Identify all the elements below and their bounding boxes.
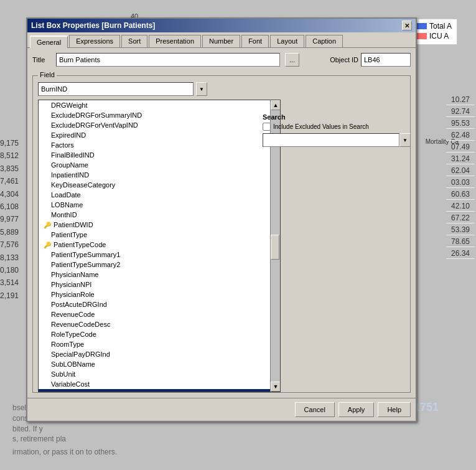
include-excluded-label: Include Excluded Values in Search <box>273 123 369 130</box>
list-item[interactable]: RoomType <box>39 339 280 349</box>
list-item[interactable]: <Expression> <box>39 389 280 392</box>
scroll-track <box>271 110 280 382</box>
cancel-button[interactable]: Cancel <box>295 402 335 417</box>
list-item[interactable]: RoleTypeCode <box>39 329 280 339</box>
left-numbers: 9,175 8,512 3,835 7,461 4,304 6,108 9,97… <box>0 137 19 302</box>
list-item[interactable]: LoadDate <box>39 190 280 200</box>
browse-button[interactable]: ... <box>285 53 299 67</box>
search-dropdown-arrow[interactable]: ▼ <box>399 133 411 147</box>
field-section-legend: Field <box>38 71 57 78</box>
include-excluded-checkbox[interactable] <box>263 123 271 131</box>
tab-bar: General Expressions Sort Presentation Nu… <box>27 32 416 48</box>
list-item[interactable]: SubLOBName <box>39 359 280 369</box>
tab-expressions[interactable]: Expressions <box>69 35 120 47</box>
tab-font[interactable]: Font <box>241 35 269 47</box>
list-item[interactable]: RevenueCode <box>39 309 280 319</box>
list-item[interactable]: ExpiredIND <box>39 130 280 140</box>
list-item[interactable]: 🔑PatientTypeCode <box>39 240 280 250</box>
list-item[interactable]: Factors <box>39 140 280 150</box>
list-item[interactable]: PhysicianNPI <box>39 280 280 289</box>
list-item[interactable]: SpecialPayDRGInd <box>39 349 280 359</box>
dialog-body: Title ... Object ID Object ID Field ▼ <box>27 48 416 398</box>
field-input[interactable] <box>38 82 194 96</box>
list-item[interactable]: KeyDiseaseCategory <box>39 180 280 190</box>
object-id-input[interactable] <box>361 53 411 67</box>
list-item[interactable]: LOBName <box>39 200 280 210</box>
scroll-thumb[interactable] <box>271 235 279 260</box>
list-item[interactable]: PhysicianRole <box>39 289 280 299</box>
dialog-list-box-properties: List Box Properties [Burn Patients] ✕ Ge… <box>26 17 417 422</box>
tab-caption[interactable]: Caption <box>306 35 343 47</box>
list-item[interactable]: DRGWeight <box>39 100 280 110</box>
scroll-down-button[interactable]: ▼ <box>271 382 281 392</box>
scroll-up-button[interactable]: ▲ <box>271 100 281 110</box>
tab-general[interactable]: General <box>30 35 68 48</box>
list-item[interactable]: InpatientIND <box>39 170 280 180</box>
legend-icu-label: ICU A <box>429 32 449 40</box>
dialog-title-bar: List Box Properties [Burn Patients] ✕ <box>27 19 416 32</box>
list-item[interactable]: PatientType <box>39 230 280 240</box>
dialog-title-text: List Box Properties [Burn Patients] <box>31 21 155 30</box>
list-item[interactable]: RevenueCodeDesc <box>39 319 280 329</box>
list-item[interactable]: SubUnit <box>39 369 280 379</box>
tab-presentation[interactable]: Presentation <box>149 35 201 47</box>
search-section: Search Include Excluded Values in Search… <box>263 113 411 147</box>
list-item[interactable]: ExcludeDRGForVentVapIND <box>39 120 280 130</box>
list-item[interactable]: PatientTypeSummary1 <box>39 250 280 260</box>
list-item[interactable]: PhysicianName <box>39 270 280 280</box>
field-dropdown-list[interactable]: DRGWeightExcludeDRGForSummaryINDExcludeD… <box>38 100 281 392</box>
data-table: 10.27 92.74 95.53 62.48 07.49 31.24 62.0… <box>445 93 476 260</box>
legend-total-label: Total A <box>429 22 452 31</box>
title-input[interactable] <box>56 53 280 67</box>
tab-layout[interactable]: Layout <box>270 35 304 47</box>
title-label: Title <box>32 56 45 63</box>
list-item[interactable]: PatientTypeSummary2 <box>39 260 280 270</box>
help-button[interactable]: Help <box>378 402 411 417</box>
dialog-button-bar: Cancel Apply Help <box>27 398 416 421</box>
tab-sort[interactable]: Sort <box>121 35 147 47</box>
field-dropdown-arrow[interactable]: ▼ <box>196 82 207 96</box>
list-item[interactable]: PostAcuteDRGInd <box>39 299 280 309</box>
list-item[interactable]: ExcludeDRGForSummaryIND <box>39 110 280 120</box>
list-item[interactable]: VariableCost <box>39 379 280 389</box>
list-item[interactable]: MonthID <box>39 210 280 220</box>
tab-number[interactable]: Number <box>202 35 240 47</box>
object-id-label2: Object ID <box>330 56 358 63</box>
dialog-close-button[interactable]: ✕ <box>402 21 412 31</box>
apply-button[interactable]: Apply <box>338 402 375 417</box>
search-label: Search <box>263 113 411 121</box>
list-item[interactable]: FinalBilledIND <box>39 150 280 160</box>
list-item[interactable]: 🔑PatientDWID <box>39 220 280 230</box>
list-item[interactable]: GroupName <box>39 160 280 170</box>
search-input[interactable] <box>263 133 399 147</box>
